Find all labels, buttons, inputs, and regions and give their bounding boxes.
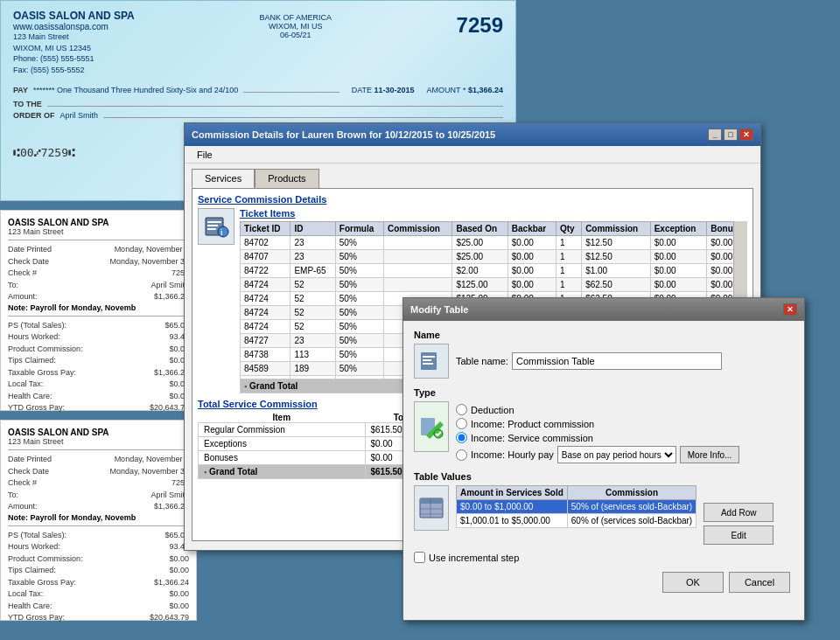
- modify-table-window: Modify Table ✕ Name Table name: Type Ded…: [402, 297, 805, 621]
- modify-content: Name Table name: Type Deduction: [403, 321, 804, 602]
- bottom-buttons: OK Cancel: [414, 572, 794, 593]
- ok-button[interactable]: OK: [662, 572, 724, 593]
- name-field-row: Table name:: [456, 352, 722, 370]
- col-id: ID: [290, 222, 335, 236]
- titlebar-buttons: _ □ ✕: [708, 129, 753, 141]
- commission-title: Commission Details for Lauren Brown for …: [192, 129, 495, 140]
- stub1-hours-label: Hours Worked:: [8, 331, 60, 344]
- svg-rect-8: [423, 359, 431, 361]
- col-exception: Exception: [650, 222, 707, 236]
- edit-button[interactable]: Edit: [704, 525, 774, 545]
- modify-close-button[interactable]: ✕: [783, 303, 797, 316]
- svg-rect-3: [207, 228, 216, 230]
- svg-point-4: [218, 226, 228, 237]
- stub1-note: Note: Payroll for Monday, Novemb: [8, 303, 189, 312]
- svg-rect-1: [207, 221, 221, 223]
- minimize-button[interactable]: _: [708, 129, 722, 141]
- tab-services[interactable]: Services: [192, 169, 255, 188]
- values-buttons: Add Row Edit: [704, 485, 774, 545]
- stub1-product-label: Product Commission:: [8, 344, 83, 356]
- values-col-commission: Commission: [567, 486, 696, 500]
- table-values-label: Table Values: [414, 471, 794, 482]
- stub2-check-date-label: Check Date: [8, 466, 49, 478]
- modify-titlebar: Modify Table ✕: [403, 298, 804, 321]
- col-backbar: Backbar: [508, 222, 556, 236]
- to-the-label: TO THE: [13, 100, 42, 108]
- order-of-label: ORDER OF: [13, 111, 55, 120]
- summary-grand-total-value: $615.50: [371, 467, 402, 477]
- add-row-button[interactable]: Add Row: [704, 503, 774, 522]
- radio-product: Income: Product commission: [456, 418, 739, 429]
- type-section-content: Deduction Income: Product commission Inc…: [414, 401, 794, 466]
- type-icon: [414, 401, 449, 452]
- stub2-date-printed-label: Date Printed: [8, 454, 52, 466]
- tabs: Services Products: [192, 169, 753, 188]
- check-bank: BANK OF AMERICAWIXOM, MI US06-05/21: [259, 13, 332, 39]
- name-input[interactable]: [512, 352, 722, 370]
- stub2-local-label: Local Tax:: [8, 588, 43, 601]
- stub2-check-num-label: Check #: [8, 477, 37, 490]
- more-info-button[interactable]: More Info...: [680, 446, 740, 463]
- col-commission: Commission: [383, 222, 452, 236]
- col-based-on: Based On: [452, 222, 508, 236]
- stub2-taxable-label: Taxable Gross Pay:: [8, 577, 76, 589]
- stub1-address: 123 Main Street: [8, 227, 189, 236]
- radio-hourly-label: Income: Hourly pay: [471, 449, 554, 460]
- stub1-tips-label: Tips Claimed:: [8, 355, 56, 367]
- payroll-stub-bottom: OASIS SALON AND SPA 123 Main Street Date…: [0, 420, 197, 621]
- values-table: Amount in Services Sold Commission $0.00…: [456, 485, 696, 528]
- check-payee: April Smith: [60, 111, 99, 120]
- stub1-date-printed-label: Date Printed: [8, 244, 52, 256]
- radio-service: Income: Service commission: [456, 432, 739, 443]
- stub2-note: Note: Payroll for Monday, Novemb: [8, 513, 189, 522]
- stub1-local-label: Local Tax:: [8, 379, 43, 391]
- stub1-check-date: Monday, November 30: [110, 256, 189, 268]
- stub1-date-printed: Monday, November 3: [115, 244, 189, 256]
- stub1-company: OASIS SALON AND SPA: [8, 218, 189, 227]
- incremental-checkbox[interactable]: [414, 552, 425, 563]
- svg-rect-7: [423, 356, 435, 358]
- name-section-label: Name: [414, 330, 794, 340]
- check-date: 11-30-2015: [374, 86, 415, 94]
- radio-deduction-input[interactable]: [456, 404, 467, 415]
- radio-service-input[interactable]: [456, 432, 467, 443]
- stub2-product: $0.00: [169, 553, 189, 566]
- close-button[interactable]: ✕: [739, 129, 753, 141]
- stub2-ps-label: PS (Total Sales):: [8, 530, 66, 542]
- check-company: OASIS SALON AND SPA: [13, 10, 135, 22]
- check-address: 123 Main StreetWIXOM, MI US 12345Phone: …: [13, 31, 135, 75]
- stub1-check-date-label: Check Date: [8, 256, 49, 268]
- radio-product-label: Income: Product commission: [471, 419, 594, 429]
- svg-text:i: i: [220, 228, 223, 237]
- svg-rect-13: [420, 498, 443, 504]
- col-formula: Formula: [335, 222, 383, 236]
- table-values-grid: Amount in Services Sold Commission $0.00…: [414, 485, 794, 545]
- check-amount: $1,366.24: [468, 86, 503, 94]
- stub1-ytd-label: YTD Gross Pay:: [8, 402, 65, 414]
- stub2-health: $0.00: [169, 601, 189, 613]
- pay-label: PAY: [13, 86, 28, 94]
- stub2-ytd: $20,643.79: [150, 612, 189, 624]
- stub1-health-label: Health Care:: [8, 391, 52, 403]
- stub1-ps-label: PS (Total Sales):: [8, 320, 66, 332]
- table-row: 847022350%$25.00$0.001$12.50$0.00$0.00: [241, 236, 747, 250]
- summary-item-header: Item: [199, 413, 366, 423]
- stub2-product-label: Product Commission:: [8, 553, 83, 566]
- hourly-pay-select[interactable]: Base on pay period hours: [557, 446, 676, 463]
- list-item: $1,000.01 to $5,000.0060% of (services s…: [457, 514, 696, 528]
- col-ticket-id: Ticket ID: [241, 222, 290, 236]
- maximize-button[interactable]: □: [724, 129, 738, 141]
- stub2-local: $0.00: [169, 588, 189, 601]
- stub2-amount-label: Amount:: [8, 501, 38, 513]
- menubar: File: [185, 146, 760, 163]
- radio-hourly-input[interactable]: [456, 449, 467, 461]
- menu-file[interactable]: File: [190, 148, 220, 162]
- radio-product-input[interactable]: [456, 418, 467, 429]
- payroll-stub-top: OASIS SALON AND SPA 123 Main Street Date…: [0, 210, 197, 411]
- incremental-row: Use incremental step: [414, 552, 794, 563]
- modify-title: Modify Table: [410, 304, 468, 315]
- ticket-title: Ticket Items: [240, 208, 747, 219]
- tab-products[interactable]: Products: [255, 169, 318, 188]
- cancel-button[interactable]: Cancel: [729, 572, 790, 593]
- type-section-label: Type: [414, 387, 794, 398]
